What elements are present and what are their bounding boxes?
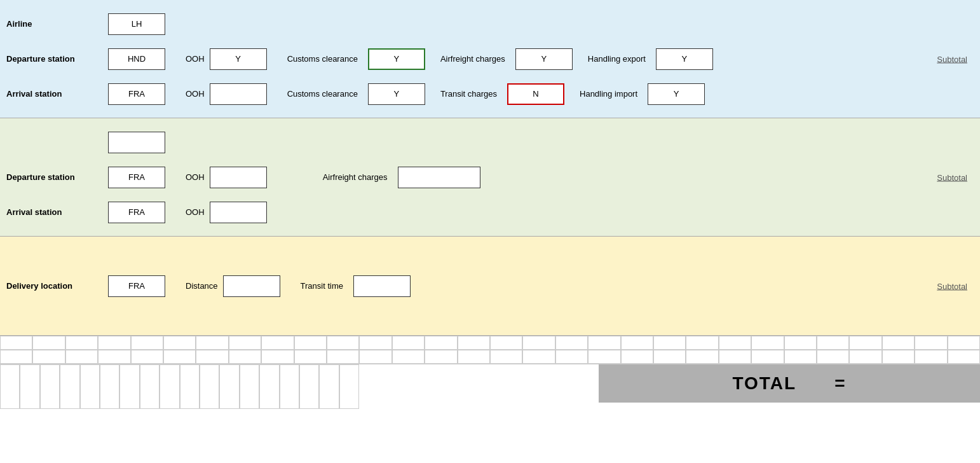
grid-cell	[817, 350, 849, 364]
airfreight-label-blue: Airfreight charges	[440, 54, 505, 64]
grid-cell	[751, 350, 784, 364]
green-top-row	[0, 125, 980, 160]
distance-input[interactable]	[223, 275, 280, 297]
airline-label: Airline	[6, 19, 108, 29]
grid-cell	[294, 336, 327, 350]
grid-cell	[784, 336, 817, 350]
airline-input[interactable]: LH	[108, 13, 165, 35]
grid-cell	[686, 350, 718, 364]
ooh-label1-blue: OOH	[186, 54, 205, 64]
grid-cell	[522, 336, 555, 350]
handling-import-input[interactable]: Y	[648, 83, 705, 105]
subtotal-yellow[interactable]: Subtotal	[937, 281, 967, 291]
grid-cell-total	[280, 364, 299, 409]
ooh-label2-blue: OOH	[186, 89, 205, 99]
departure-label-blue: Departure station	[6, 54, 108, 64]
handling-export-input[interactable]: Y	[656, 48, 713, 70]
grid-cell	[719, 336, 751, 350]
grid-cell	[0, 336, 32, 350]
grid-cell	[163, 350, 196, 364]
customs-input1-blue[interactable]: Y	[368, 48, 425, 70]
handling-import-label: Handling import	[580, 89, 637, 99]
grid-cell	[261, 336, 294, 350]
grid-cell	[686, 336, 718, 350]
arrival-label-blue: Arrival station	[6, 89, 108, 99]
grid-cell	[948, 350, 980, 364]
arrival-input-green[interactable]: FRA	[108, 202, 165, 223]
grid-cell	[490, 350, 522, 364]
customs-input2-blue[interactable]: Y	[368, 83, 425, 105]
subtotal-blue[interactable]: Subtotal	[937, 54, 967, 64]
grid-cell-total	[299, 364, 319, 409]
grid-cell	[392, 336, 425, 350]
total-section: TOTAL =	[0, 364, 980, 409]
ooh-input1-green[interactable]	[210, 167, 267, 188]
grid-cell	[425, 350, 457, 364]
grid-cell	[425, 336, 457, 350]
grid-cell-total	[219, 364, 239, 409]
departure-input-green[interactable]: FRA	[108, 167, 165, 188]
arrival-label-green: Arrival station	[6, 207, 108, 217]
airfreight-input-green[interactable]	[398, 167, 480, 188]
grid-cell-total	[80, 364, 100, 409]
grid-cell	[32, 350, 65, 364]
grid-cell	[621, 350, 653, 364]
grid-cell	[882, 350, 915, 364]
customs-label1-blue: Customs clearance	[287, 54, 358, 64]
grid-cell	[163, 336, 196, 350]
grid-cell	[621, 336, 653, 350]
transit-input-blue[interactable]: N	[507, 83, 564, 105]
delivery-input[interactable]: FRA	[108, 275, 165, 297]
grid-cell	[131, 336, 163, 350]
arrival-input-blue[interactable]: FRA	[108, 83, 165, 105]
grid-cell	[327, 336, 359, 350]
grid-cell	[327, 350, 359, 364]
ooh-input2-blue[interactable]	[210, 83, 267, 105]
grid-cell	[522, 350, 555, 364]
grid-cell	[98, 350, 130, 364]
subtotal-green[interactable]: Subtotal	[937, 172, 967, 182]
departure-row-blue: Departure station HND OOH Y Customs clea…	[0, 41, 980, 76]
departure-input-blue[interactable]: HND	[108, 48, 165, 70]
grid-cell-total	[180, 364, 200, 409]
customs-label2-blue: Customs clearance	[287, 89, 358, 99]
grid-cell	[882, 336, 915, 350]
grid-cell	[915, 350, 947, 364]
departure-row-green: Departure station FRA OOH Airfreight cha…	[0, 160, 980, 195]
grid-cell	[131, 350, 163, 364]
grid-cell-total	[0, 364, 20, 409]
grid-cell-total	[60, 364, 79, 409]
transit-label-blue: Transit charges	[440, 89, 497, 99]
airfreight-input-blue[interactable]: Y	[515, 48, 573, 70]
total-equals: =	[834, 373, 846, 394]
grid-cell	[458, 350, 490, 364]
grid-cell-total	[240, 364, 259, 409]
grid-cell	[359, 350, 391, 364]
grid-cell	[849, 350, 881, 364]
grid-cell	[849, 336, 881, 350]
grid-cell-total	[140, 364, 160, 409]
ooh-label1-green: OOH	[186, 172, 205, 182]
grid-cell-total	[160, 364, 179, 409]
blue-section: Airline LH Departure station HND OOH Y C…	[0, 0, 980, 118]
grid-cell	[359, 336, 391, 350]
grid-cell	[653, 350, 686, 364]
transit-time-label: Transit time	[301, 281, 343, 291]
grid-cell	[392, 350, 425, 364]
grid-cell	[490, 336, 522, 350]
grid-cell-total	[119, 364, 139, 409]
grid-cell	[196, 350, 228, 364]
ooh-input1-blue[interactable]: Y	[210, 48, 267, 70]
grid-cell	[784, 350, 817, 364]
grid-cell	[0, 350, 32, 364]
ooh-input2-green[interactable]	[210, 202, 267, 223]
grid-cell	[32, 336, 65, 350]
grid-cell	[65, 336, 98, 350]
total-label: TOTAL	[732, 373, 796, 394]
grid-cell	[555, 350, 588, 364]
green-airline-input[interactable]	[108, 132, 165, 153]
transit-time-input[interactable]	[353, 275, 411, 297]
grid-cell	[229, 336, 261, 350]
departure-label-green: Departure station	[6, 172, 108, 182]
grid-cell-total	[339, 364, 359, 409]
